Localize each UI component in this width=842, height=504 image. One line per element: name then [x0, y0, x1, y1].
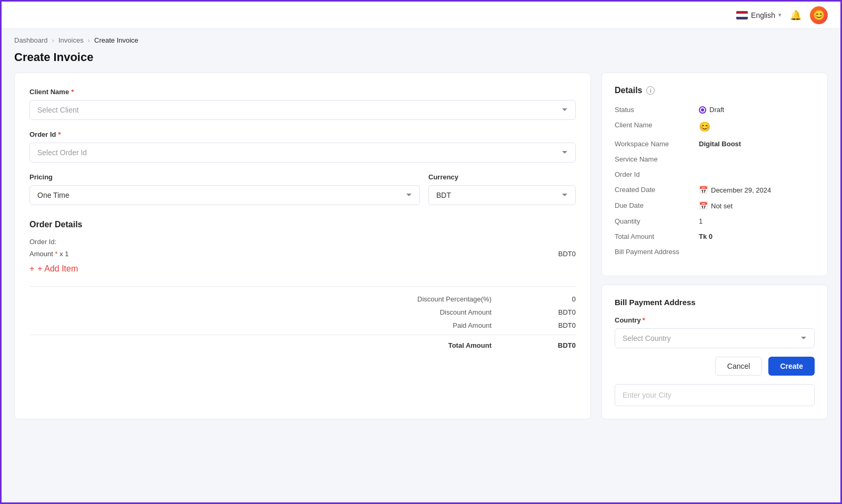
currency-group: Currency BDT USD EUR [428, 173, 576, 205]
pricing-currency-row: Pricing One Time Recurring Currency BDT … [29, 173, 576, 216]
detail-row-service-name: Service Name [615, 155, 815, 163]
detail-key-workspace: Workspace Name [615, 140, 699, 148]
form-panel: Client Name * Select Client Order Id * S… [14, 73, 591, 419]
page-title: Create Invoice [2, 48, 840, 73]
breadcrumb-dashboard[interactable]: Dashboard [14, 36, 48, 44]
detail-key-service-name: Service Name [615, 155, 699, 163]
discount-amount-row: Discount Amount BDT0 [29, 308, 576, 316]
breadcrumb-sep-1: › [52, 36, 54, 44]
country-group: Country * Select Country [615, 316, 815, 348]
breadcrumb-sep-2: › [88, 36, 90, 44]
country-select[interactable]: Select Country [615, 328, 815, 348]
flag-icon [736, 11, 748, 19]
main-layout: Client Name * Select Client Order Id * S… [2, 73, 840, 432]
discount-percentage-row: Discount Percentage(%) 0 [29, 295, 576, 303]
status-radio-icon [699, 106, 706, 114]
detail-val-client-name: 😊 [699, 121, 710, 133]
avatar[interactable]: 😊 [810, 6, 828, 24]
breadcrumb-create-invoice: Create Invoice [94, 36, 138, 44]
detail-key-status: Status [615, 106, 699, 114]
order-details-title: Order Details [29, 220, 576, 229]
detail-row-quantity: Quantity 1 [615, 217, 815, 225]
detail-val-due-date: 📅 Not set [699, 201, 733, 210]
order-details-section: Order Details Order Id: Amount * x 1 BDT… [29, 220, 576, 349]
detail-key-due-date: Due Date [615, 201, 699, 209]
detail-row-order-id: Order Id [615, 170, 815, 178]
client-name-select[interactable]: Select Client [29, 100, 576, 120]
discount-amount-label: Discount Amount [397, 308, 492, 316]
detail-val-quantity: 1 [699, 217, 703, 225]
details-title: Details [615, 86, 642, 95]
order-id-required: * [58, 130, 61, 138]
notification-bell-icon[interactable]: 🔔 [790, 9, 801, 21]
detail-key-quantity: Quantity [615, 217, 699, 225]
detail-row-due-date: Due Date 📅 Not set [615, 201, 815, 210]
details-header: Details i [615, 86, 815, 95]
amount-value: BDT0 [558, 250, 576, 258]
detail-val-status: Draft [699, 106, 724, 114]
calendar-icon-2: 📅 [699, 201, 708, 210]
detail-row-status: Status Draft [615, 106, 815, 114]
discount-table: Discount Percentage(%) 0 Discount Amount… [29, 286, 576, 349]
detail-val-workspace: Digital Boost [699, 140, 741, 148]
city-input[interactable] [615, 384, 815, 406]
order-id-display-row: Order Id: [29, 238, 576, 246]
bill-payment-title: Bill Payment Address [615, 298, 815, 307]
country-label: Country * [615, 316, 815, 324]
detail-key-created-date: Created Date [615, 186, 699, 194]
detail-row-created-date: Created Date 📅 December 29, 2024 [615, 186, 815, 194]
detail-row-workspace: Workspace Name Digital Boost [615, 140, 815, 148]
chevron-down-icon: ▾ [778, 12, 781, 18]
amount-label: Amount * x 1 [29, 250, 68, 258]
add-item-label: + Add Item [37, 264, 78, 274]
client-name-label: Client Name * [29, 88, 576, 96]
total-amount-value: BDT0 [534, 341, 576, 349]
paid-amount-value: BDT0 [534, 321, 576, 329]
pricing-select[interactable]: One Time Recurring [29, 185, 420, 205]
breadcrumb: Dashboard › Invoices › Create Invoice [2, 29, 840, 48]
order-id-group: Order Id * Select Order Id [29, 130, 576, 163]
breadcrumb-invoices[interactable]: Invoices [58, 36, 84, 44]
detail-key-order-id: Order Id [615, 170, 699, 178]
client-name-required: * [71, 88, 74, 96]
form-actions: Cancel Create [615, 357, 815, 376]
create-button[interactable]: Create [768, 357, 815, 376]
currency-label: Currency [428, 173, 576, 181]
total-amount-label: Total Amount [397, 341, 492, 349]
amount-row: Amount * x 1 BDT0 [29, 250, 576, 258]
detail-row-client-name: Client Name 😊 [615, 121, 815, 133]
language-label: English [751, 11, 775, 19]
calendar-icon: 📅 [699, 186, 708, 194]
total-amount-row: Total Amount BDT0 [29, 335, 576, 349]
language-selector[interactable]: English ▾ [736, 11, 781, 19]
currency-select[interactable]: BDT USD EUR [428, 185, 576, 205]
detail-val-created-date: 📅 December 29, 2024 [699, 186, 771, 194]
paid-amount-label: Paid Amount [397, 321, 492, 329]
details-card: Details i Status Draft Client Name 😊 Wor… [602, 73, 828, 276]
avatar-emoji: 😊 [813, 9, 825, 21]
discount-percentage-value: 0 [534, 295, 576, 303]
info-icon: i [646, 86, 655, 95]
cancel-button[interactable]: Cancel [715, 357, 763, 376]
paid-amount-row: Paid Amount BDT0 [29, 321, 576, 329]
bill-payment-section: Bill Payment Address Country * Select Co… [602, 285, 828, 419]
discount-amount-value: BDT0 [534, 308, 576, 316]
detail-key-total-amount: Total Amount [615, 233, 699, 240]
discount-percentage-label: Discount Percentage(%) [397, 295, 492, 303]
detail-row-total-amount: Total Amount Tk 0 [615, 233, 815, 240]
top-nav: English ▾ 🔔 😊 [2, 2, 840, 29]
client-name-group: Client Name * Select Client [29, 88, 576, 120]
pricing-label: Pricing [29, 173, 420, 181]
order-id-label: Order Id * [29, 130, 576, 138]
add-item-button[interactable]: + + Add Item [29, 264, 78, 274]
detail-key-bill-payment: Bill Payment Address [615, 248, 699, 256]
details-panel: Details i Status Draft Client Name 😊 Wor… [602, 73, 828, 419]
detail-val-total-amount: Tk 0 [699, 233, 713, 240]
order-id-select[interactable]: Select Order Id [29, 143, 576, 163]
detail-row-bill-payment: Bill Payment Address [615, 248, 815, 256]
detail-key-client-name: Client Name [615, 121, 699, 129]
pricing-group: Pricing One Time Recurring [29, 173, 420, 205]
